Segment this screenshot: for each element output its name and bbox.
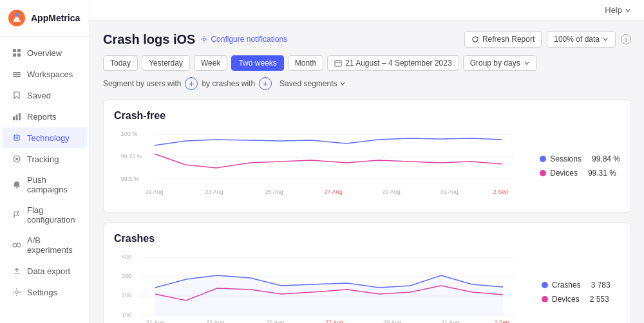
sidebar-item-technology-label: Technology	[27, 133, 70, 143]
svg-text:400: 400	[122, 254, 131, 260]
sidebar-item-overview-label: Overview	[27, 48, 62, 58]
sidebar-item-tracking[interactable]: Tracking	[3, 149, 87, 169]
flag-icon	[12, 210, 22, 220]
group-label: Group by days	[470, 59, 520, 68]
cpu-icon	[12, 133, 22, 143]
saved-segments-label: Saved segments	[279, 79, 337, 88]
svg-rect-4	[17, 49, 21, 52]
sidebar-item-workspaces-label: Workspaces	[27, 69, 73, 79]
top-bar: Help	[90, 0, 644, 21]
svg-rect-10	[13, 116, 15, 120]
sidebar-item-push-label: Push campaigns	[27, 175, 78, 194]
group-by-button[interactable]: Group by days	[463, 55, 537, 71]
gear-icon	[200, 35, 208, 43]
target-icon	[12, 154, 22, 164]
svg-text:29 Aug: 29 Aug	[383, 319, 401, 323]
refresh-report-button[interactable]: Refresh Report	[464, 31, 542, 48]
svg-point-18	[17, 243, 21, 247]
page-header: Crash logs iOS Configure notifications R…	[103, 31, 631, 48]
crashes-devices-legend-value: 2 553	[590, 295, 609, 304]
crashes-devices-legend-label: Devices	[552, 295, 580, 304]
sidebar-item-export-label: Data export	[27, 266, 70, 276]
svg-rect-14	[15, 136, 18, 139]
sessions-legend-dot	[540, 156, 546, 162]
svg-text:23 Aug: 23 Aug	[205, 189, 223, 195]
sessions-legend-value: 99.84 %	[592, 154, 620, 163]
svg-rect-8	[13, 74, 21, 75]
help-button[interactable]: Help	[605, 5, 631, 15]
logo-text: AppMetrica	[31, 13, 80, 23]
grid-icon	[12, 48, 22, 58]
crashes-chart-svg: 400 300 200 100	[114, 252, 529, 323]
sidebar-item-saved[interactable]: Saved	[3, 85, 87, 106]
sidebar-item-export[interactable]: Data export	[3, 261, 87, 281]
svg-text:200: 200	[122, 292, 131, 299]
svg-point-20	[203, 38, 205, 41]
svg-rect-7	[13, 72, 21, 73]
sidebar-item-reports[interactable]: Reports	[3, 106, 87, 127]
settings-icon	[12, 287, 22, 297]
configure-notifications-link[interactable]: Configure notifications	[200, 35, 287, 44]
segment-add-crashes-button[interactable]: +	[259, 77, 272, 90]
svg-text:25 Aug: 25 Aug	[266, 319, 284, 323]
segment-add-users-button[interactable]: +	[185, 77, 198, 90]
header-actions: Refresh Report 100% of data i	[464, 31, 631, 48]
refresh-icon	[471, 35, 479, 43]
refresh-label: Refresh Report	[482, 35, 535, 44]
appmetrica-logo-icon	[8, 9, 26, 27]
data-label: 100% of data	[554, 35, 600, 44]
svg-text:99.5 %: 99.5 %	[121, 176, 139, 182]
month-button[interactable]: Month	[288, 55, 323, 71]
sidebar-item-flag[interactable]: Flag configuration	[3, 200, 87, 230]
page-content: Crash logs iOS Configure notifications R…	[90, 21, 644, 323]
sidebar-item-settings[interactable]: Settings	[3, 282, 87, 302]
page-title: Crash logs iOS	[103, 32, 195, 47]
sidebar-item-technology[interactable]: Technology	[3, 127, 87, 148]
svg-text:21 Aug: 21 Aug	[146, 189, 164, 195]
svg-text:300: 300	[122, 273, 131, 279]
crash-free-chart-svg: 100 % 99.75 % 99.5 % 21 Aug 23 Aug	[114, 129, 527, 200]
segment-prefix: Segment by users with	[103, 79, 181, 88]
week-button[interactable]: Week	[194, 55, 227, 71]
svg-rect-5	[13, 53, 16, 57]
crash-free-chart-area: 100 % 99.75 % 99.5 % 21 Aug 23 Aug	[114, 129, 620, 202]
sidebar-item-reports-label: Reports	[27, 112, 57, 122]
svg-text:21 Aug: 21 Aug	[146, 319, 164, 323]
today-button[interactable]: Today	[103, 55, 138, 71]
yesterday-button[interactable]: Yesterday	[142, 55, 190, 71]
info-icon[interactable]: i	[621, 34, 631, 44]
sidebar-item-overview[interactable]: Overview	[3, 42, 87, 63]
date-range-button[interactable]: 21 August – 4 September 2023	[327, 55, 459, 71]
crashes-chart-area: 400 300 200 100	[114, 252, 620, 323]
configure-label: Configure notifications	[211, 35, 287, 44]
bell-icon	[12, 180, 22, 190]
sidebar-item-workspaces[interactable]: Workspaces	[3, 64, 87, 84]
saved-segments-button[interactable]: Saved segments	[276, 78, 350, 89]
crashes-chart-title: Crashes	[114, 233, 620, 245]
crashes-legend-value: 3 783	[591, 281, 611, 290]
sidebar-item-push[interactable]: Push campaigns	[3, 170, 87, 199]
devices-legend-value: 99.31 %	[588, 169, 616, 178]
main-content: Help Crash logs iOS Configure notificati…	[90, 0, 644, 323]
sessions-legend-label: Sessions	[550, 154, 582, 163]
two-weeks-button[interactable]: Two weeks	[231, 55, 283, 71]
svg-text:29 Aug: 29 Aug	[383, 189, 401, 195]
crash-free-chart-title: Crash-free	[114, 110, 620, 122]
ab-icon	[12, 240, 22, 250]
crashes-chart-legend: Crashes 3 783 Devices 2 553	[536, 252, 620, 323]
segment-row: Segment by users with + by crashes with …	[103, 77, 631, 90]
svg-text:25 Aug: 25 Aug	[265, 189, 283, 195]
legend-item-crashes: Crashes 3 783	[542, 281, 620, 290]
chevron-down-icon	[602, 36, 609, 42]
data-percentage-button[interactable]: 100% of data	[547, 31, 616, 48]
svg-point-17	[13, 243, 17, 247]
svg-point-2	[15, 13, 19, 17]
svg-point-19	[15, 291, 18, 293]
sidebar-nav: Overview Workspaces Saved Reports Techno…	[0, 37, 90, 323]
sidebar-item-ab[interactable]: A/B experiments	[3, 230, 87, 260]
svg-rect-21	[335, 60, 341, 66]
bar-chart-icon	[12, 111, 22, 122]
svg-point-16	[15, 158, 18, 160]
devices-legend-dot	[540, 170, 546, 176]
sidebar-item-settings-label: Settings	[27, 288, 57, 297]
